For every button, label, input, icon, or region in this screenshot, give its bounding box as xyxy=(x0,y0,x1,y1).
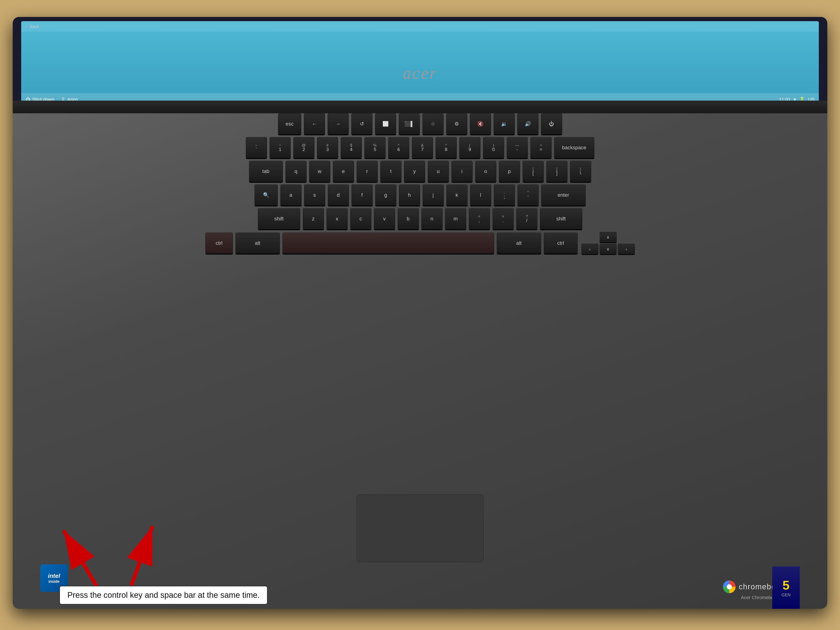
key-c[interactable]: c xyxy=(350,208,371,229)
key-semicolon[interactable]: :; xyxy=(494,185,515,205)
key-4[interactable]: $4 xyxy=(341,137,362,158)
key-arrow-up[interactable]: ∧ xyxy=(600,232,617,243)
key-o[interactable]: o xyxy=(475,161,496,182)
key-z[interactable]: z xyxy=(303,208,324,229)
bottom-row: ctrl alt alt ctrl ∧ ‹ ∨ › xyxy=(30,232,810,254)
key-windows[interactable]: ⬛▌ xyxy=(399,113,420,134)
key-minus[interactable]: —- xyxy=(507,137,528,158)
key-m[interactable]: m xyxy=(445,208,466,229)
chrome-logo-icon xyxy=(723,581,736,593)
key-e[interactable]: e xyxy=(333,161,354,182)
key-spacebar[interactable] xyxy=(283,232,494,254)
key-j[interactable]: j xyxy=(423,185,444,205)
key-esc[interactable]: esc xyxy=(278,113,301,134)
key-y[interactable]: y xyxy=(404,161,425,182)
key-n[interactable]: n xyxy=(422,208,442,229)
intel-inside-text: inside xyxy=(49,579,60,584)
key-l[interactable]: l xyxy=(470,185,491,205)
key-equals[interactable]: += xyxy=(531,137,552,158)
key-1[interactable]: !1 xyxy=(270,137,291,158)
home-row: 🔍 a s d f g h j k l :; "' enter xyxy=(30,185,810,205)
key-alt-right[interactable]: alt xyxy=(497,232,541,254)
key-r[interactable]: r xyxy=(357,161,378,182)
gen-number: 5 xyxy=(782,578,789,592)
key-shift-left[interactable]: shift xyxy=(258,208,300,229)
screen-area: acer ← Back ⏻ Shut down xyxy=(13,17,827,106)
qwerty-row: tab q w e r t y u i o p {[ }] |\ xyxy=(30,161,810,182)
intel-badge: intel inside xyxy=(40,564,68,592)
key-enter[interactable]: enter xyxy=(541,185,586,205)
back-button[interactable]: ← Back xyxy=(24,24,39,29)
key-k[interactable]: k xyxy=(446,185,467,205)
key-bright-up[interactable]: ⚙ xyxy=(446,113,467,134)
key-h[interactable]: h xyxy=(399,185,420,205)
key-search[interactable]: 🔍 xyxy=(254,185,278,205)
key-forward[interactable]: → xyxy=(328,113,349,134)
gen-badge: 5 GEN xyxy=(772,567,800,609)
key-slash[interactable]: ?/ xyxy=(516,208,537,229)
key-mute[interactable]: 🔇 xyxy=(470,113,491,134)
key-9[interactable]: (9 xyxy=(459,137,480,158)
key-a[interactable]: a xyxy=(280,185,302,205)
key-arrow-left[interactable]: ‹ xyxy=(581,244,598,254)
key-v[interactable]: v xyxy=(374,208,395,229)
key-vol-down[interactable]: 🔉 xyxy=(494,113,515,134)
key-i[interactable]: i xyxy=(452,161,473,182)
key-5[interactable]: %5 xyxy=(365,137,385,158)
key-s[interactable]: s xyxy=(304,185,325,205)
key-backslash[interactable]: |\ xyxy=(570,161,591,182)
key-u[interactable]: u xyxy=(428,161,449,182)
key-6[interactable]: ^6 xyxy=(388,137,409,158)
key-alt-left[interactable]: alt xyxy=(235,232,280,254)
key-vol-up[interactable]: 🔊 xyxy=(517,113,538,134)
key-f[interactable]: f xyxy=(352,185,373,205)
key-t[interactable]: t xyxy=(380,161,401,182)
key-rbracket[interactable]: }] xyxy=(546,161,567,182)
number-row: ~` !1 @2 #3 $4 %5 ^6 &7 xyxy=(30,137,810,158)
key-backspace[interactable]: backspace xyxy=(554,137,594,158)
key-7[interactable]: &7 xyxy=(412,137,433,158)
key-back[interactable]: ← xyxy=(304,113,325,134)
key-w[interactable]: w xyxy=(309,161,330,182)
hinge-bar xyxy=(13,101,827,113)
key-b[interactable]: b xyxy=(398,208,419,229)
intel-text: intel xyxy=(48,573,60,579)
browser-bar: ← Back xyxy=(21,21,819,32)
function-row: esc ← → ↺ ⬜ ⬛▌ ☆ ⚙ 🔇 🔉 🔊 ⏻ xyxy=(30,113,810,134)
key-2[interactable]: @2 xyxy=(293,137,314,158)
key-0[interactable]: )0 xyxy=(483,137,504,158)
key-power[interactable]: ⏻ xyxy=(541,113,562,134)
key-p[interactable]: p xyxy=(499,161,520,182)
key-x[interactable]: x xyxy=(327,208,348,229)
key-backtick[interactable]: ~` xyxy=(246,137,267,158)
key-shift-right[interactable]: shift xyxy=(540,208,582,229)
key-fullscreen[interactable]: ⬜ xyxy=(375,113,396,134)
key-comma[interactable]: <, xyxy=(469,208,490,229)
key-ctrl-right[interactable]: ctrl xyxy=(544,232,578,254)
key-3[interactable]: #3 xyxy=(317,137,338,158)
key-g[interactable]: g xyxy=(375,185,396,205)
key-quote[interactable]: "' xyxy=(518,185,539,205)
acer-logo: acer xyxy=(403,63,437,83)
key-d[interactable]: d xyxy=(328,185,349,205)
key-refresh[interactable]: ↺ xyxy=(351,113,373,134)
key-bright-down[interactable]: ☆ xyxy=(422,113,444,134)
arrow-cluster: ∧ ‹ ∨ › xyxy=(581,232,635,254)
key-tab[interactable]: tab xyxy=(249,161,283,182)
key-period[interactable]: >. xyxy=(493,208,514,229)
touchpad[interactable] xyxy=(357,494,484,562)
key-arrow-right[interactable]: › xyxy=(618,244,635,254)
shift-row: shift z x c v b n m <, >. ?/ shift xyxy=(30,208,810,229)
key-ctrl-left[interactable]: ctrl xyxy=(205,232,233,254)
key-arrow-down[interactable]: ∨ xyxy=(600,244,617,254)
gen-label-text: GEN xyxy=(782,592,791,597)
key-8[interactable]: *8 xyxy=(436,137,457,158)
key-lbracket[interactable]: {[ xyxy=(523,161,544,182)
laptop-body: acer ← Back ⏻ Shut down xyxy=(13,17,827,609)
key-q[interactable]: q xyxy=(286,161,306,182)
